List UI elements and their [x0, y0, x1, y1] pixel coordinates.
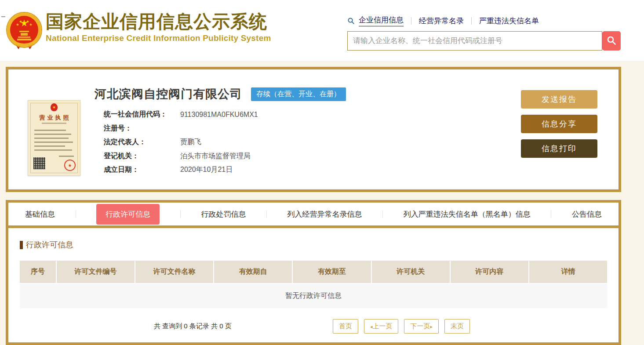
company-name: 河北滨阀自控阀门有限公司	[95, 86, 242, 102]
column-header-details: 详情	[529, 261, 607, 283]
tab-separator	[180, 210, 181, 218]
column-header-license-number: 许可文件编号	[57, 261, 135, 283]
company-summary-panel: ★ 营业执照 ★ 河北滨阀自控阀门有限公司 存续（在营、开业、在册） 统一社会信…	[6, 67, 621, 192]
field-label: 成立日期：	[104, 165, 174, 174]
tab-separator	[382, 210, 383, 218]
field-label: 统一社会信用代码：	[104, 110, 174, 119]
tab-basic-info[interactable]: 基础信息	[25, 209, 55, 219]
column-header-index: 序号	[20, 261, 56, 283]
tab-serious-violation-blacklist[interactable]: 列入严重违法失信名单（黑名单）信息	[404, 209, 531, 219]
share-info-button[interactable]: 信息分享	[521, 115, 597, 133]
field-label: 登记机关：	[104, 152, 174, 161]
top-nav: 企业信用信息 经营异常名录 严重违法失信名单	[347, 15, 621, 26]
prev-page-label: 上一页	[372, 322, 392, 330]
tab-abnormal-operations-list[interactable]: 列入经营异常名录信息	[287, 209, 362, 219]
site-header: 国家企业信用信息公示系统 National Enterprise Credit …	[0, 0, 644, 62]
license-table: 序号 许可文件编号 许可文件名称 有效期自 有效期至 许可机关 许可内容 详情 …	[20, 261, 607, 308]
column-header-license-authority: 许可机关	[372, 261, 450, 283]
prev-page-button[interactable]: ◂上一页	[364, 319, 399, 334]
search-icon	[347, 17, 355, 25]
license-text-line	[59, 156, 74, 157]
nav-separator	[411, 17, 411, 25]
license-text-line	[34, 130, 66, 131]
license-text-line	[34, 138, 69, 139]
license-text-line	[34, 145, 65, 147]
nav-link-enterprise-credit[interactable]: 企业信用信息	[359, 15, 404, 26]
field-value: 泊头市市场监督管理局	[180, 152, 251, 161]
search-input[interactable]	[347, 31, 602, 51]
field-label: 注册号：	[104, 124, 174, 133]
send-report-button[interactable]: 发送报告	[521, 90, 597, 109]
field-value: 91130981MA0FKU6MX1	[180, 111, 258, 119]
info-row-establish-date: 成立日期： 2020年10月21日	[104, 163, 346, 177]
pagination: 共 查询到 0 条记录 共 0 页 首页 ◂上一页 下一页▸ 末页	[20, 319, 607, 334]
print-info-button[interactable]: 信息打印	[521, 139, 597, 158]
next-page-button[interactable]: 下一页▸	[404, 319, 439, 334]
page-artifact-dash	[1, 16, 5, 17]
column-header-license-name: 许可文件名称	[135, 261, 213, 283]
record-count-summary: 共 查询到 0 条记录 共 0 页	[154, 322, 232, 330]
section-title: 行政许可信息	[20, 240, 607, 250]
field-label: 法定代表人：	[104, 138, 174, 147]
tab-bar: 基础信息 行政许可信息 行政处罚信息 列入经营异常名录信息 列入严重违法失信名单…	[8, 203, 619, 225]
header-right: 企业信用信息 经营异常名录 严重违法失信名单	[347, 15, 621, 51]
search-bar	[347, 31, 621, 51]
qr-code	[33, 157, 45, 169]
empty-state-row: 暂无行政许可信息	[20, 284, 607, 308]
tab-separator	[551, 210, 551, 218]
tab-separator	[266, 210, 267, 218]
section-title-text: 行政许可信息	[26, 240, 73, 250]
site-titles: 国家企业信用信息公示系统 National Enterprise Credit …	[46, 12, 271, 43]
info-row-registration-number: 注册号：	[104, 122, 346, 136]
last-page-button[interactable]: 末页	[444, 319, 470, 334]
detail-panel: 基础信息 行政许可信息 行政处罚信息 列入经营异常名录信息 列入严重违法失信名单…	[6, 200, 621, 345]
info-row-legal-representative: 法定代表人： 贾鹏飞	[104, 135, 346, 149]
site-title-en: National Enterprise Credit Information P…	[46, 33, 271, 43]
nav-link-serious-violation[interactable]: 严重违法失信名单	[479, 16, 539, 26]
license-text-line	[34, 134, 71, 135]
license-text-line	[34, 142, 73, 143]
license-title: 营业执照	[28, 114, 80, 122]
column-header-valid-to: 有效期至	[293, 261, 371, 283]
right-arrow-icon: ▸	[430, 324, 433, 329]
tab-separator	[76, 210, 76, 218]
action-buttons: 发送报告 信息分享 信息打印	[521, 90, 597, 158]
license-subline	[42, 123, 66, 124]
search-button[interactable]	[602, 31, 621, 51]
search-icon	[606, 35, 617, 47]
info-row-registration-authority: 登记机关： 泊头市市场监督管理局	[104, 149, 346, 163]
nav-link-abnormal-operations[interactable]: 经营异常名录	[419, 16, 464, 26]
red-seal-icon: ★	[64, 160, 76, 171]
site-title-zh: 国家企业信用信息公示系统	[46, 12, 271, 32]
field-value: 贾鹏飞	[180, 138, 201, 147]
tab-administrative-penalty[interactable]: 行政处罚信息	[201, 209, 246, 219]
national-emblem-logo	[6, 11, 42, 52]
info-row-credit-code: 统一社会信用代码： 91130981MA0FKU6MX1	[104, 108, 346, 122]
company-main: 河北滨阀自控阀门有限公司 存续（在营、开业、在册） 统一社会信用代码： 9113…	[95, 86, 346, 177]
status-badge: 存续（在营、开业、在册）	[251, 87, 346, 101]
next-page-label: 下一页	[410, 322, 430, 330]
table-header-row: 序号 许可文件编号 许可文件名称 有效期自 有效期至 许可机关 许可内容 详情	[20, 261, 607, 283]
nav-separator	[471, 17, 472, 25]
section-title-bar	[20, 241, 23, 249]
field-value: 2020年10月21日	[180, 165, 233, 174]
company-info-list: 统一社会信用代码： 91130981MA0FKU6MX1 注册号： 法定代表人：…	[104, 108, 346, 177]
tab-announcements[interactable]: 公告信息	[572, 209, 602, 219]
column-header-license-content: 许可内容	[451, 261, 528, 283]
column-header-valid-from: 有效期自	[214, 261, 292, 283]
license-text-line	[34, 149, 72, 151]
license-emblem-icon: ★	[51, 103, 58, 111]
tab-content: 行政许可信息 序号 许可文件编号 许可文件名称 有效期自 有效期至 许可机关 许…	[8, 228, 619, 334]
tab-administrative-license[interactable]: 行政许可信息	[96, 204, 160, 225]
business-license-image: ★ 营业执照 ★	[28, 100, 80, 176]
first-page-button[interactable]: 首页	[333, 319, 358, 334]
pagination-buttons: 首页 ◂上一页 下一页▸ 末页	[333, 319, 470, 334]
